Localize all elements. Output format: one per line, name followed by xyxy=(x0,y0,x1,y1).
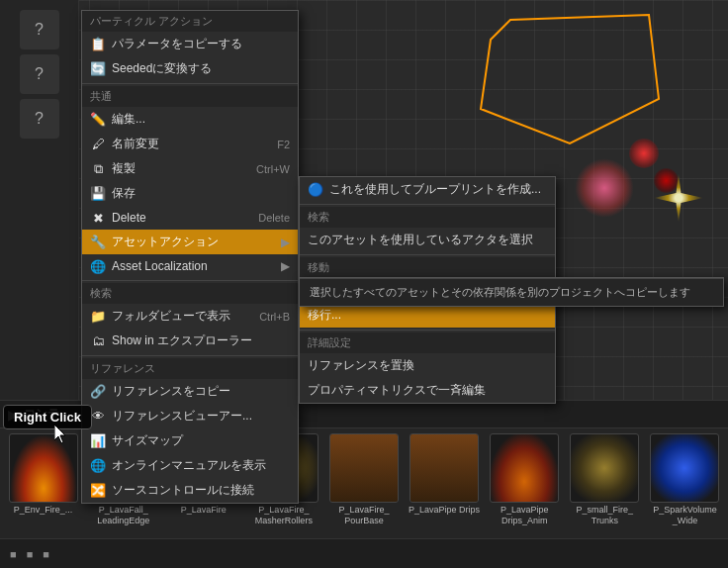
asset-label-1: P_LavaFall_ LeadingEdge xyxy=(85,505,161,526)
asset-label-3: P_LavaFire_ MasherRollers xyxy=(245,505,321,526)
sub-section-move: 移動 xyxy=(300,257,555,278)
copy-ref-icon: 🔗 xyxy=(90,384,106,400)
cm-item-asset-action[interactable]: 🔧 アセットアクション ▶ xyxy=(82,230,298,254)
asset-thumb-8 xyxy=(650,433,719,503)
cm-item-asset-localization[interactable]: 🌐 Asset Localization ▶ xyxy=(82,254,298,278)
divider-2 xyxy=(82,280,298,281)
submenu-bulk-edit[interactable]: プロパティマトリクスで一斉編集 xyxy=(300,378,555,403)
asset-thumb-4 xyxy=(329,433,399,503)
cm-item-copy-ref[interactable]: 🔗 リファレンスをコピー xyxy=(82,379,298,404)
asset-label-8: P_SparkVolume _Wide xyxy=(647,505,723,526)
asset-label-7: P_small_Fire_ Trunks xyxy=(567,505,643,526)
cm-item-edit[interactable]: ✏️ 編集... xyxy=(82,107,298,132)
svg-marker-0 xyxy=(481,15,659,143)
asset-label-5: P_LavaPipe Drips xyxy=(409,505,480,516)
cm-section-particle-action: パーティクル アクション xyxy=(82,11,298,32)
asset-item-5[interactable]: P_LavaPipe Drips xyxy=(407,433,483,534)
cm-section-search: 検索 xyxy=(82,283,298,304)
sub-divider-3 xyxy=(300,330,555,331)
submenu-replace-ref[interactable]: リファレンスを置換 xyxy=(300,353,555,378)
copy-params-icon: 📋 xyxy=(90,37,106,52)
asset-thumb-5 xyxy=(410,433,479,503)
left-icon-1[interactable]: ? xyxy=(20,10,59,49)
asset-item-6[interactable]: P_LavaPipe Drips_Anim xyxy=(487,433,563,534)
cm-item-show-folder[interactable]: 📁 フォルダビューで表示 Ctrl+B xyxy=(82,304,298,329)
asset-thumb-7 xyxy=(570,433,639,503)
context-menu: パーティクル アクション 📋 パラメータをコピーする 🔄 Seededに変換する… xyxy=(81,10,299,504)
right-click-label: Right Click xyxy=(3,405,92,429)
particle-pink xyxy=(575,158,634,218)
cm-section-shared: 共通 xyxy=(82,86,298,107)
cm-item-size-map[interactable]: 📊 サイズマップ xyxy=(82,428,298,453)
cm-item-ref-viewer[interactable]: 👁 リファレンスビューアー... xyxy=(82,404,298,428)
migrate-description: 選択したすべてのアセットとその依存関係を別のプロジェクトへコピーします xyxy=(300,278,723,306)
online-manual-icon: 🌐 xyxy=(90,458,106,474)
submenu-migrate: 選択したすべてのアセットとその依存関係を別のプロジェクトへコピーします xyxy=(299,277,724,307)
cm-item-convert-seeded[interactable]: 🔄 Seededに変換する xyxy=(82,56,298,81)
cm-item-online-manual[interactable]: 🌐 オンラインマニュアルを表示 xyxy=(82,453,298,478)
cm-item-save[interactable]: 💾 保存 xyxy=(82,181,298,206)
asset-label-2: P_LavaFire xyxy=(181,505,227,516)
cm-item-rename[interactable]: 🖊 名前変更 F2 xyxy=(82,132,298,156)
asset-label-4: P_LavaFire_ PourBase xyxy=(325,505,402,526)
asset-label-0: P_Env_Fire_... xyxy=(14,505,73,516)
submenu-blueprint[interactable]: 🔵 これを使用してブループリントを作成... xyxy=(300,177,555,202)
edit-icon: ✏️ xyxy=(90,112,106,128)
asset-item-0[interactable]: P_Env_Fire_... xyxy=(5,433,81,534)
sub-divider-1 xyxy=(300,204,555,205)
bottom-bar: ■ ■ ■ xyxy=(0,538,728,568)
show-folder-icon: 📁 xyxy=(90,309,106,325)
delete-icon: ✖ xyxy=(90,210,106,226)
cm-item-duplicate[interactable]: ⧉ 複製 Ctrl+W xyxy=(82,156,298,181)
duplicate-icon: ⧉ xyxy=(90,161,106,177)
left-icon-3[interactable]: ? xyxy=(20,99,59,139)
divider-1 xyxy=(82,83,298,84)
divider-3 xyxy=(82,355,298,356)
asset-action-icon: 🔧 xyxy=(90,235,106,250)
cm-item-show-explorer[interactable]: 🗂 Show in エクスプローラー xyxy=(82,329,298,353)
asset-item-7[interactable]: P_small_Fire_ Trunks xyxy=(567,433,643,534)
asset-item-8[interactable]: P_SparkVolume _Wide xyxy=(647,433,723,534)
sub-divider-2 xyxy=(300,254,555,255)
rename-icon: 🖊 xyxy=(90,137,106,152)
blueprint-icon: 🔵 xyxy=(308,182,323,198)
left-icon-2[interactable]: ? xyxy=(20,54,59,94)
size-map-icon: 📊 xyxy=(90,433,106,449)
show-explorer-icon: 🗂 xyxy=(90,333,106,349)
ref-viewer-icon: 👁 xyxy=(90,409,106,425)
orange-outline-shape xyxy=(471,10,669,148)
asset-item-4[interactable]: P_LavaFire_ PourBase xyxy=(325,433,402,534)
svg-marker-1 xyxy=(54,425,65,443)
localization-icon: 🌐 xyxy=(90,258,106,274)
asset-label-6: P_LavaPipe Drips_Anim xyxy=(487,505,563,526)
sub-section-search: 検索 xyxy=(300,207,555,228)
cm-item-source-control[interactable]: 🔀 ソースコントロールに接続 xyxy=(82,478,298,503)
cm-item-copy-params[interactable]: 📋 パラメータをコピーする xyxy=(82,32,298,56)
particle-red2 xyxy=(654,168,679,193)
save-icon: 💾 xyxy=(90,186,106,202)
cm-section-reference: リファレンス xyxy=(82,358,298,379)
mouse-cursor xyxy=(54,425,68,444)
sub-section-advanced: 詳細設定 xyxy=(300,332,555,353)
particle-red xyxy=(629,139,659,168)
submenu-find-actors[interactable]: このアセットを使用しているアクタを選択 xyxy=(300,228,555,252)
source-control-icon: 🔀 xyxy=(90,483,106,499)
asset-thumb-6 xyxy=(490,433,559,503)
convert-seeded-icon: 🔄 xyxy=(90,61,106,77)
cm-item-delete[interactable]: ✖ Delete Delete xyxy=(82,206,298,230)
